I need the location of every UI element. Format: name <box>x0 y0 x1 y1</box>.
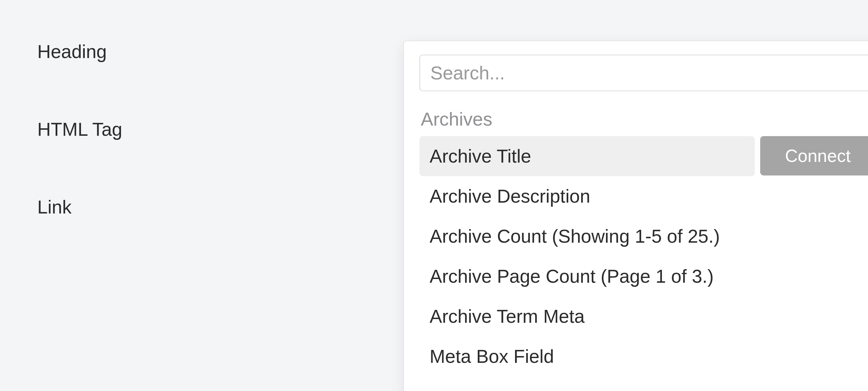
group-archives-items: Archive Title Connect Insert Archive Des… <box>419 136 868 376</box>
item-label: Archive Count (Showing 1-5 of 25.) <box>419 216 868 256</box>
item-archive-term-meta[interactable]: Archive Term Meta <box>419 296 868 336</box>
item-archive-description[interactable]: Archive Description <box>419 176 868 216</box>
item-meta-box-field[interactable]: Meta Box Field <box>419 336 868 376</box>
group-header-posts: Posts <box>419 387 868 391</box>
search-input[interactable] <box>419 55 868 91</box>
item-archive-count[interactable]: Archive Count (Showing 1-5 of 25.) <box>419 216 868 256</box>
item-label: Archive Page Count (Page 1 of 3.) <box>419 256 868 296</box>
page-root: Heading HTML Tag Link Archives Archive T… <box>0 0 868 391</box>
sidebar-item-link[interactable]: Link <box>37 196 122 218</box>
dynamic-content-panel: Archives Archive Title Connect Insert Ar… <box>403 41 868 391</box>
panel-inner: Archives Archive Title Connect Insert Ar… <box>404 41 868 391</box>
group-posts: Posts Post Title <box>419 387 868 391</box>
item-archive-title[interactable]: Archive Title Connect Insert <box>419 136 868 176</box>
item-label: Archive Term Meta <box>419 296 868 336</box>
settings-sidebar: Heading HTML Tag Link <box>37 41 122 218</box>
sidebar-item-html-tag[interactable]: HTML Tag <box>37 118 122 140</box>
item-label: Archive Title <box>419 136 755 176</box>
item-label: Archive Description <box>419 176 868 216</box>
connect-button[interactable]: Connect <box>760 136 868 175</box>
group-archives: Archives Archive Title Connect Insert Ar… <box>419 108 868 376</box>
group-header-archives: Archives <box>419 108 868 136</box>
item-label: Meta Box Field <box>419 336 868 376</box>
item-archive-page-count[interactable]: Archive Page Count (Page 1 of 3.) <box>419 256 868 296</box>
sidebar-item-heading[interactable]: Heading <box>37 41 122 62</box>
